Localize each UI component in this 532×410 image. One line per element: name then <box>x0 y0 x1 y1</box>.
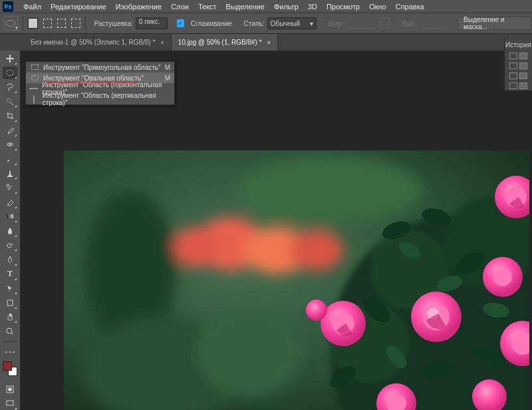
hand-tool[interactable] <box>3 311 17 324</box>
select-and-mask-button[interactable]: Выделение и маска... <box>458 17 532 30</box>
blur-tool[interactable] <box>3 224 17 238</box>
annotation-underline <box>45 83 138 83</box>
width-input <box>349 18 374 29</box>
history-row[interactable] <box>505 71 532 81</box>
separator <box>3 341 17 342</box>
menu-edit[interactable]: Редактирование <box>46 3 111 11</box>
move-tool[interactable] <box>3 52 17 65</box>
rectangle-marquee-icon <box>30 65 39 70</box>
column-marquee-icon <box>30 96 39 103</box>
gradient-tool[interactable] <box>3 210 17 224</box>
svg-point-0 <box>7 99 11 102</box>
history-brush-tool[interactable] <box>3 181 17 194</box>
height-input <box>422 18 448 29</box>
svg-point-8 <box>8 387 12 391</box>
menu-bar: Ps Файл Редактирование Изображение Слои … <box>0 0 532 13</box>
zoom-tool[interactable] <box>3 325 17 338</box>
options-bar: ▾ Растушевка: 0 пикс. ✓ Сглаживание Стил… <box>0 13 532 34</box>
stamp-tool[interactable] <box>3 167 17 180</box>
history-row[interactable] <box>505 51 532 61</box>
brush-tool[interactable] <box>3 152 17 166</box>
style-value: Обычный <box>271 20 300 27</box>
lasso-tool[interactable] <box>3 81 17 94</box>
type-tool[interactable]: T <box>3 268 17 281</box>
close-icon[interactable]: × <box>267 39 271 46</box>
swap-dimensions-icon <box>380 18 390 29</box>
svg-rect-3 <box>7 214 13 218</box>
svg-point-4 <box>7 244 11 248</box>
current-tool-icon[interactable]: ▾ <box>4 16 18 31</box>
antialias-checkbox[interactable]: ✓ <box>177 19 184 27</box>
dodge-tool[interactable] <box>3 239 17 252</box>
menu-help[interactable]: Справка <box>391 3 429 11</box>
tab-label: 10.jpg @ 50% (1, RGB/8#) * <box>178 39 262 46</box>
antialias-label: Сглаживание <box>191 20 232 27</box>
row-marquee-icon <box>30 88 38 89</box>
svg-point-6 <box>7 328 12 333</box>
crop-tool[interactable] <box>3 109 17 122</box>
selection-mode-new-icon[interactable] <box>28 18 38 29</box>
history-row[interactable] <box>505 81 532 91</box>
tab-document-2[interactable]: 10.jpg @ 50% (1, RGB/8#) *× <box>172 34 278 51</box>
flyout-rectangular-marquee[interactable]: Инструмент "Прямоугольная область" M <box>26 62 174 73</box>
style-select[interactable]: Обычный▾ <box>267 17 317 29</box>
tab-label: Без имени-1 @ 50% (Эллипс 1, RGB/8) * <box>31 39 156 46</box>
menu-select[interactable]: Выделение <box>221 3 269 11</box>
edit-toolbar[interactable]: ⋯ <box>3 345 17 359</box>
history-panel-title: История <box>505 39 532 51</box>
menu-image[interactable]: Изображение <box>111 3 166 11</box>
svg-point-37 <box>493 268 512 286</box>
screen-mode[interactable] <box>3 397 17 410</box>
feather-input[interactable]: 0 пикс. <box>136 17 168 29</box>
pen-tool[interactable] <box>3 253 17 266</box>
selection-mode-add-icon[interactable] <box>43 19 52 28</box>
feather-label: Растушевка: <box>94 20 133 27</box>
separator <box>85 16 86 31</box>
selection-mode-intersect-icon[interactable] <box>71 19 80 28</box>
menu-window[interactable]: Окно <box>364 3 391 11</box>
menu-layers[interactable]: Слои <box>166 3 194 11</box>
marquee-tool[interactable] <box>3 67 17 80</box>
flyout-label: Инструмент "Овальная область" <box>43 75 144 82</box>
color-swatches[interactable] <box>3 361 17 376</box>
flyout-label: Инструмент "Область (вертикальная строка… <box>43 92 170 106</box>
svg-point-16 <box>237 157 423 224</box>
height-label: Выс.: <box>402 20 418 27</box>
foreground-color[interactable] <box>3 361 12 371</box>
shape-tool[interactable] <box>3 296 17 309</box>
menu-filter[interactable]: Фильтр <box>269 3 303 11</box>
flyout-label: Инструмент "Прямоугольная область" <box>43 64 161 71</box>
svg-point-43 <box>306 300 327 321</box>
shortcut-key: M <box>165 75 170 82</box>
menu-view[interactable]: Просмотр <box>322 3 364 11</box>
svg-point-14 <box>174 227 220 267</box>
path-select-tool[interactable] <box>3 282 17 296</box>
close-icon[interactable]: × <box>161 39 164 46</box>
document-canvas[interactable] <box>64 150 529 410</box>
document-tabs: Без имени-1 @ 50% (Эллипс 1, RGB/8) *× 1… <box>0 34 532 51</box>
svg-point-15 <box>290 230 343 270</box>
shortcut-key: M <box>165 64 170 71</box>
style-label: Стиль: <box>244 20 265 27</box>
marquee-flyout-menu: Инструмент "Прямоугольная область" M Инс… <box>25 61 175 105</box>
selection-mode-subtract-icon[interactable] <box>57 19 66 28</box>
svg-point-2 <box>7 184 9 187</box>
svg-point-18 <box>197 304 303 397</box>
ellipse-marquee-icon <box>30 75 39 81</box>
eraser-tool[interactable] <box>3 196 17 209</box>
menu-file[interactable]: Файл <box>19 3 46 11</box>
quickmask-toggle[interactable] <box>3 383 17 396</box>
svg-rect-9 <box>7 401 13 405</box>
quick-select-tool[interactable] <box>3 95 17 108</box>
flyout-single-column-marquee[interactable]: Инструмент "Область (вертикальная строка… <box>26 94 174 104</box>
menu-text[interactable]: Текст <box>194 3 221 11</box>
menu-3d[interactable]: 3D <box>303 3 322 11</box>
svg-rect-5 <box>7 300 13 306</box>
eyedropper-tool[interactable] <box>3 124 17 137</box>
history-panel[interactable]: История <box>504 38 532 91</box>
healing-tool[interactable] <box>3 138 17 152</box>
history-row[interactable] <box>505 61 532 71</box>
tools-panel: T ⋯ <box>0 51 20 410</box>
tab-document-1[interactable]: Без имени-1 @ 50% (Эллипс 1, RGB/8) *× <box>24 34 172 51</box>
app-logo: Ps <box>3 1 13 12</box>
